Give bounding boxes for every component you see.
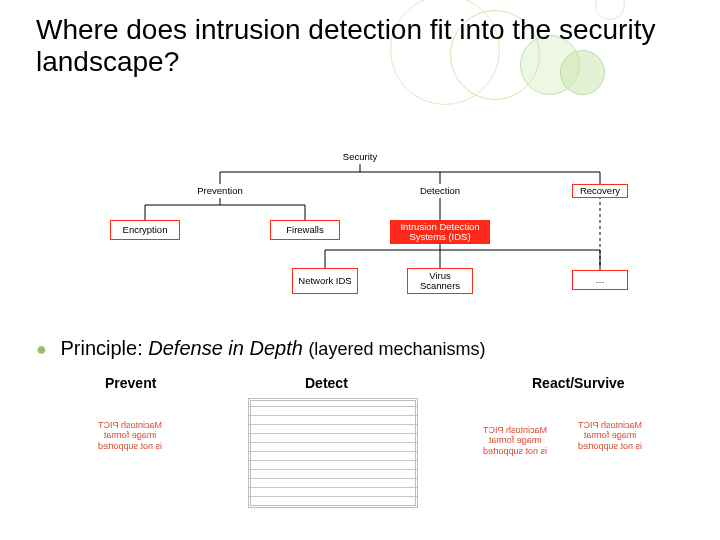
- label-prevent: Prevent: [105, 375, 156, 391]
- pict-error-1: Macintosh PICTimage formatis not support…: [90, 420, 170, 451]
- node-firewalls: Firewalls: [270, 220, 340, 240]
- node-prevention: Prevention: [192, 184, 248, 198]
- bullet-icon: ●: [36, 339, 47, 359]
- slide-title: Where does intrusion detection fit into …: [36, 14, 700, 78]
- label-react: React/Survive: [532, 375, 625, 391]
- node-ellipsis: …: [572, 270, 628, 290]
- maze-image-placeholder: [248, 398, 418, 508]
- node-ids: Intrusion Detection Systems (IDS): [390, 220, 490, 244]
- principle-italic: Defense in Depth: [148, 337, 303, 359]
- node-network-ids: Network IDS: [292, 268, 358, 294]
- principle-lead: Principle:: [60, 337, 142, 359]
- tree-connectors: [110, 150, 650, 330]
- principle-rest: (layered mechanisms): [308, 339, 485, 359]
- node-detection: Detection: [412, 184, 468, 198]
- node-virus-scanners: Virus Scanners: [407, 268, 473, 294]
- node-recovery: Recovery: [572, 184, 628, 198]
- pict-error-2: Macintosh PICTimage formatis not support…: [475, 425, 555, 456]
- security-tree-diagram: Security Prevention Detection Recovery E…: [110, 150, 650, 330]
- principle-line: ● Principle: Defense in Depth (layered m…: [36, 337, 485, 360]
- label-detect: Detect: [305, 375, 348, 391]
- node-security: Security: [335, 150, 385, 164]
- pict-error-3: Macintosh PICTimage formatis not support…: [570, 420, 650, 451]
- node-encryption: Encryption: [110, 220, 180, 240]
